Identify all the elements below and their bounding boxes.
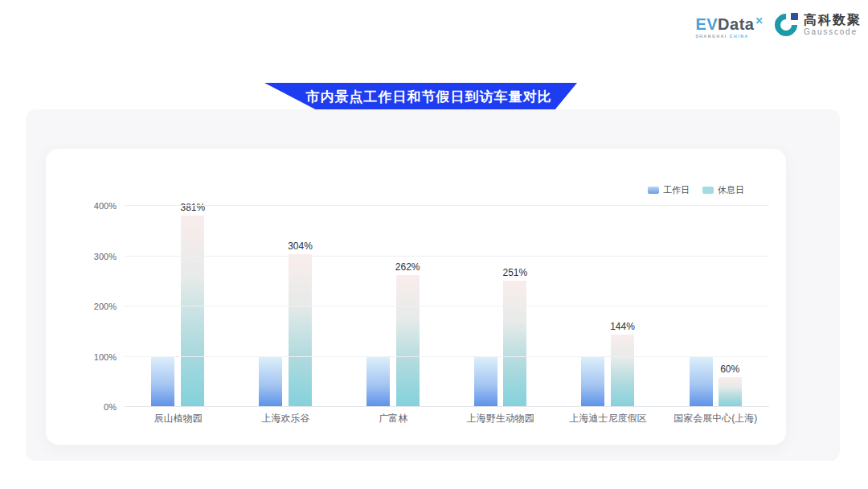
x-axis-label: 广富林 — [339, 412, 447, 425]
bar-value-label: 60% — [720, 364, 739, 375]
bar-workday — [259, 357, 282, 408]
evdata-x-icon: ✕ — [755, 15, 764, 27]
bar-restday-column: 251% — [503, 206, 528, 407]
bar-restday-column: 262% — [395, 206, 420, 407]
gausscode-square-icon — [791, 13, 798, 20]
bar-restday-column: 381% — [180, 206, 205, 407]
evdata-ev-text: EV — [695, 15, 718, 33]
legend-item-workday[interactable]: 工作日 — [648, 184, 690, 196]
legend-label-restday: 休息日 — [718, 184, 744, 196]
evdata-data-text: Data — [718, 15, 754, 33]
gridline — [125, 406, 769, 407]
bar-restday — [719, 377, 742, 408]
bar-value-label: 144% — [610, 321, 635, 332]
x-axis-label: 上海野生动物园 — [447, 412, 555, 425]
gausscode-en-label: Gausscode — [804, 28, 862, 36]
bar-restday — [289, 254, 312, 407]
evdata-subtext: SHANGHAI CHINA — [695, 35, 763, 39]
chart-legend: 工作日 休息日 — [648, 184, 744, 196]
bar-group: 381% — [125, 206, 232, 407]
x-axis-label: 上海迪士尼度假区 — [555, 412, 662, 425]
title-banner: 市内景点工作日和节假日到访车量对比 — [264, 83, 577, 110]
evdata-logo: EVData✕ SHANGHAI CHINA — [695, 13, 763, 39]
evdata-sub-china: CHINA — [730, 34, 749, 39]
legend-item-restday[interactable]: 休息日 — [702, 184, 744, 196]
evdata-wordmark: EVData✕ — [695, 16, 763, 32]
gausscode-mark-icon — [774, 13, 798, 37]
y-tick-label: 0% — [72, 402, 117, 412]
evdata-sub-shanghai: SHANGHAI — [695, 34, 727, 39]
bar-restday — [611, 335, 634, 407]
gausscode-text: 高科数聚 Gausscode — [804, 14, 862, 36]
legend-label-workday: 工作日 — [663, 184, 690, 196]
bar-value-label: 381% — [180, 202, 205, 213]
x-axis-label: 上海欢乐谷 — [232, 412, 340, 425]
bar-group: 60% — [661, 206, 769, 407]
chart-card: 工作日 休息日 381%304%262%251%144%60% 0%100%20… — [46, 149, 786, 445]
bar-workday — [366, 357, 390, 408]
gausscode-cn-label: 高科数聚 — [804, 14, 862, 27]
bar-workday — [151, 357, 174, 408]
header-logos: EVData✕ SHANGHAI CHINA 高科数聚 Gausscode — [695, 13, 862, 39]
plot-area: 381%304%262%251%144%60% 0%100%200%300%40… — [125, 206, 769, 407]
bar-groups: 381%304%262%251%144%60% — [125, 206, 769, 407]
x-axis-label: 国家会展中心(上海) — [661, 412, 769, 425]
y-tick-label: 200% — [72, 302, 117, 311]
bar-workday — [690, 357, 713, 408]
gridline — [125, 256, 769, 257]
x-axis-label: 辰山植物园 — [125, 412, 232, 425]
bar-group: 251% — [447, 206, 555, 407]
page-root: { "header": { "evdata": { "ev": "EV", "d… — [0, 0, 868, 489]
bar-group: 144% — [555, 206, 662, 407]
page-title: 市内景点工作日和节假日到访车量对比 — [290, 88, 552, 106]
y-tick-label: 100% — [72, 352, 117, 362]
legend-swatch-restday-icon — [702, 187, 714, 194]
bar-restday-column: 60% — [719, 206, 742, 407]
legend-swatch-workday-icon — [648, 187, 659, 194]
gridline — [125, 356, 769, 357]
y-tick-label: 400% — [72, 201, 117, 211]
bar-value-label: 262% — [395, 261, 420, 273]
bar-restday — [503, 281, 526, 407]
gridline — [125, 306, 769, 306]
bar-restday-column: 304% — [288, 206, 313, 407]
bar-workday — [474, 357, 497, 408]
y-tick-label: 300% — [72, 252, 117, 261]
bar-restday — [181, 216, 204, 407]
x-axis-labels: 辰山植物园上海欢乐谷广富林上海野生动物园上海迪士尼度假区国家会展中心(上海) — [125, 412, 769, 425]
bar-group: 262% — [339, 206, 447, 407]
bar-restday — [396, 275, 420, 407]
gridline — [125, 205, 769, 206]
bar-workday — [581, 357, 604, 408]
bar-value-label: 251% — [503, 267, 528, 278]
bar-value-label: 304% — [288, 240, 313, 252]
bar-restday-column: 144% — [610, 206, 635, 407]
gausscode-logo: 高科数聚 Gausscode — [774, 13, 862, 37]
bar-group: 304% — [232, 206, 340, 407]
